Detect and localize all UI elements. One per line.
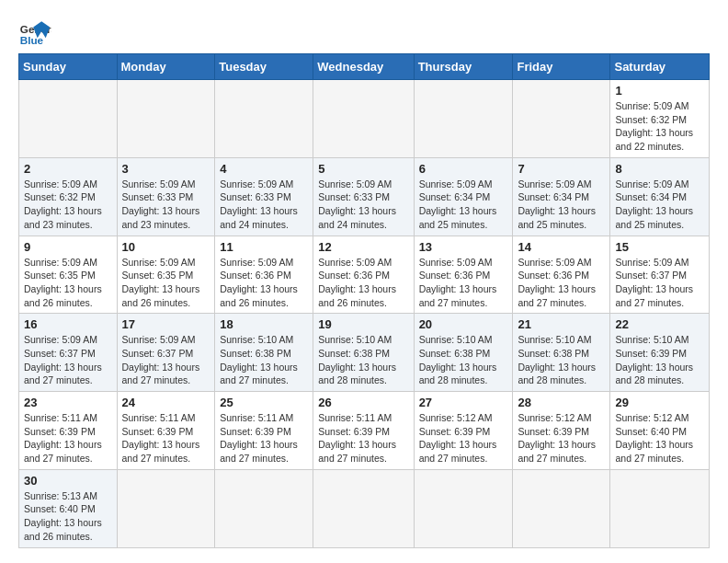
day-number: 12 bbox=[318, 240, 408, 254]
calendar-cell: 20Sunrise: 5:10 AM Sunset: 6:38 PM Dayli… bbox=[414, 314, 513, 392]
calendar-cell: 22Sunrise: 5:10 AM Sunset: 6:39 PM Dayli… bbox=[610, 314, 710, 392]
calendar-week-row: 1Sunrise: 5:09 AM Sunset: 6:32 PM Daylig… bbox=[19, 80, 710, 158]
day-info: Sunrise: 5:13 AM Sunset: 6:40 PM Dayligh… bbox=[24, 489, 112, 544]
day-info: Sunrise: 5:09 AM Sunset: 6:36 PM Dayligh… bbox=[419, 256, 508, 310]
day-number: 18 bbox=[220, 317, 308, 331]
calendar-cell: 13Sunrise: 5:09 AM Sunset: 6:36 PM Dayli… bbox=[414, 236, 513, 314]
day-number: 11 bbox=[220, 240, 308, 254]
calendar-cell: 9Sunrise: 5:09 AM Sunset: 6:35 PM Daylig… bbox=[19, 236, 118, 314]
calendar-cell bbox=[513, 80, 610, 158]
day-number: 5 bbox=[318, 162, 408, 176]
day-info: Sunrise: 5:09 AM Sunset: 6:37 PM Dayligh… bbox=[122, 333, 210, 387]
calendar-cell: 14Sunrise: 5:09 AM Sunset: 6:36 PM Dayli… bbox=[513, 236, 610, 314]
day-info: Sunrise: 5:09 AM Sunset: 6:32 PM Dayligh… bbox=[24, 178, 112, 232]
calendar-cell bbox=[313, 80, 414, 158]
day-info: Sunrise: 5:12 AM Sunset: 6:39 PM Dayligh… bbox=[518, 411, 605, 465]
calendar-cell bbox=[215, 469, 313, 547]
calendar-week-row: 16Sunrise: 5:09 AM Sunset: 6:37 PM Dayli… bbox=[19, 314, 710, 392]
calendar-week-row: 23Sunrise: 5:11 AM Sunset: 6:39 PM Dayli… bbox=[19, 392, 710, 470]
calendar-cell bbox=[414, 80, 513, 158]
calendar-cell: 27Sunrise: 5:12 AM Sunset: 6:39 PM Dayli… bbox=[414, 392, 513, 470]
day-info: Sunrise: 5:09 AM Sunset: 6:33 PM Dayligh… bbox=[318, 178, 408, 232]
calendar-cell: 4Sunrise: 5:09 AM Sunset: 6:33 PM Daylig… bbox=[215, 157, 313, 236]
day-number: 26 bbox=[318, 396, 408, 409]
day-info: Sunrise: 5:09 AM Sunset: 6:32 PM Dayligh… bbox=[615, 99, 704, 154]
day-number: 19 bbox=[318, 317, 408, 331]
calendar-cell: 21Sunrise: 5:10 AM Sunset: 6:38 PM Dayli… bbox=[513, 314, 610, 392]
day-info: Sunrise: 5:10 AM Sunset: 6:38 PM Dayligh… bbox=[518, 333, 605, 387]
day-number: 10 bbox=[122, 240, 210, 254]
day-number: 4 bbox=[220, 162, 308, 176]
day-number: 13 bbox=[419, 240, 508, 254]
day-number: 25 bbox=[220, 396, 308, 409]
day-info: Sunrise: 5:11 AM Sunset: 6:39 PM Dayligh… bbox=[318, 411, 408, 465]
calendar-cell: 25Sunrise: 5:11 AM Sunset: 6:39 PM Dayli… bbox=[215, 392, 313, 470]
day-info: Sunrise: 5:09 AM Sunset: 6:33 PM Dayligh… bbox=[220, 178, 308, 232]
calendar-cell: 17Sunrise: 5:09 AM Sunset: 6:37 PM Dayli… bbox=[117, 314, 215, 392]
weekday-header: Tuesday bbox=[215, 54, 313, 80]
day-info: Sunrise: 5:09 AM Sunset: 6:34 PM Dayligh… bbox=[518, 178, 605, 232]
weekday-header: Wednesday bbox=[313, 54, 414, 80]
calendar-cell bbox=[313, 469, 414, 547]
weekday-header: Friday bbox=[513, 54, 610, 80]
day-info: Sunrise: 5:11 AM Sunset: 6:39 PM Dayligh… bbox=[24, 411, 112, 465]
calendar-cell bbox=[215, 80, 313, 158]
day-number: 29 bbox=[615, 396, 704, 409]
calendar-week-row: 9Sunrise: 5:09 AM Sunset: 6:35 PM Daylig… bbox=[19, 236, 710, 314]
day-number: 20 bbox=[419, 317, 508, 331]
calendar-cell bbox=[117, 80, 215, 158]
day-number: 24 bbox=[122, 396, 210, 409]
calendar-cell: 5Sunrise: 5:09 AM Sunset: 6:33 PM Daylig… bbox=[313, 157, 414, 236]
calendar-cell: 18Sunrise: 5:10 AM Sunset: 6:38 PM Dayli… bbox=[215, 314, 313, 392]
day-number: 17 bbox=[122, 317, 210, 331]
page-header: General Blue bbox=[18, 15, 710, 48]
calendar-cell bbox=[117, 469, 215, 547]
logo-icon: General Blue bbox=[18, 15, 51, 48]
calendar-cell: 30Sunrise: 5:13 AM Sunset: 6:40 PM Dayli… bbox=[19, 469, 118, 547]
day-number: 16 bbox=[24, 317, 112, 331]
day-info: Sunrise: 5:09 AM Sunset: 6:36 PM Dayligh… bbox=[518, 256, 605, 310]
day-info: Sunrise: 5:12 AM Sunset: 6:39 PM Dayligh… bbox=[419, 411, 508, 465]
day-info: Sunrise: 5:09 AM Sunset: 6:35 PM Dayligh… bbox=[24, 256, 112, 310]
day-number: 9 bbox=[24, 240, 112, 254]
day-number: 28 bbox=[518, 396, 605, 409]
day-number: 30 bbox=[24, 474, 112, 488]
day-info: Sunrise: 5:09 AM Sunset: 6:36 PM Dayligh… bbox=[220, 256, 308, 310]
weekday-header-row: SundayMondayTuesdayWednesdayThursdayFrid… bbox=[19, 54, 710, 80]
weekday-header: Thursday bbox=[414, 54, 513, 80]
day-info: Sunrise: 5:09 AM Sunset: 6:37 PM Dayligh… bbox=[24, 333, 112, 387]
day-number: 7 bbox=[518, 162, 605, 176]
day-number: 2 bbox=[24, 162, 112, 176]
day-info: Sunrise: 5:09 AM Sunset: 6:34 PM Dayligh… bbox=[419, 178, 508, 232]
day-info: Sunrise: 5:10 AM Sunset: 6:38 PM Dayligh… bbox=[220, 333, 308, 387]
calendar-cell: 26Sunrise: 5:11 AM Sunset: 6:39 PM Dayli… bbox=[313, 392, 414, 470]
day-number: 21 bbox=[518, 317, 605, 331]
calendar-cell: 2Sunrise: 5:09 AM Sunset: 6:32 PM Daylig… bbox=[19, 157, 118, 236]
calendar-cell bbox=[414, 469, 513, 547]
day-info: Sunrise: 5:12 AM Sunset: 6:40 PM Dayligh… bbox=[615, 411, 704, 465]
weekday-header: Monday bbox=[117, 54, 215, 80]
day-info: Sunrise: 5:10 AM Sunset: 6:38 PM Dayligh… bbox=[419, 333, 508, 387]
calendar-cell: 6Sunrise: 5:09 AM Sunset: 6:34 PM Daylig… bbox=[414, 157, 513, 236]
calendar-cell: 1Sunrise: 5:09 AM Sunset: 6:32 PM Daylig… bbox=[610, 80, 710, 158]
day-number: 23 bbox=[24, 396, 112, 409]
day-number: 22 bbox=[615, 317, 704, 331]
calendar-cell: 10Sunrise: 5:09 AM Sunset: 6:35 PM Dayli… bbox=[117, 236, 215, 314]
weekday-header: Sunday bbox=[19, 54, 118, 80]
day-info: Sunrise: 5:10 AM Sunset: 6:38 PM Dayligh… bbox=[318, 333, 408, 387]
logo: General Blue bbox=[18, 15, 51, 48]
day-info: Sunrise: 5:09 AM Sunset: 6:33 PM Dayligh… bbox=[122, 178, 210, 232]
calendar-cell: 29Sunrise: 5:12 AM Sunset: 6:40 PM Dayli… bbox=[610, 392, 710, 470]
svg-text:Blue: Blue bbox=[20, 34, 44, 46]
calendar-cell: 12Sunrise: 5:09 AM Sunset: 6:36 PM Dayli… bbox=[313, 236, 414, 314]
day-number: 14 bbox=[518, 240, 605, 254]
day-info: Sunrise: 5:11 AM Sunset: 6:39 PM Dayligh… bbox=[220, 411, 308, 465]
day-number: 8 bbox=[615, 162, 704, 176]
calendar-cell: 16Sunrise: 5:09 AM Sunset: 6:37 PM Dayli… bbox=[19, 314, 118, 392]
calendar-week-row: 30Sunrise: 5:13 AM Sunset: 6:40 PM Dayli… bbox=[19, 469, 710, 547]
calendar-cell: 15Sunrise: 5:09 AM Sunset: 6:37 PM Dayli… bbox=[610, 236, 710, 314]
calendar-cell: 28Sunrise: 5:12 AM Sunset: 6:39 PM Dayli… bbox=[513, 392, 610, 470]
calendar-cell: 3Sunrise: 5:09 AM Sunset: 6:33 PM Daylig… bbox=[117, 157, 215, 236]
day-info: Sunrise: 5:09 AM Sunset: 6:35 PM Dayligh… bbox=[122, 256, 210, 310]
calendar-cell: 24Sunrise: 5:11 AM Sunset: 6:39 PM Dayli… bbox=[117, 392, 215, 470]
